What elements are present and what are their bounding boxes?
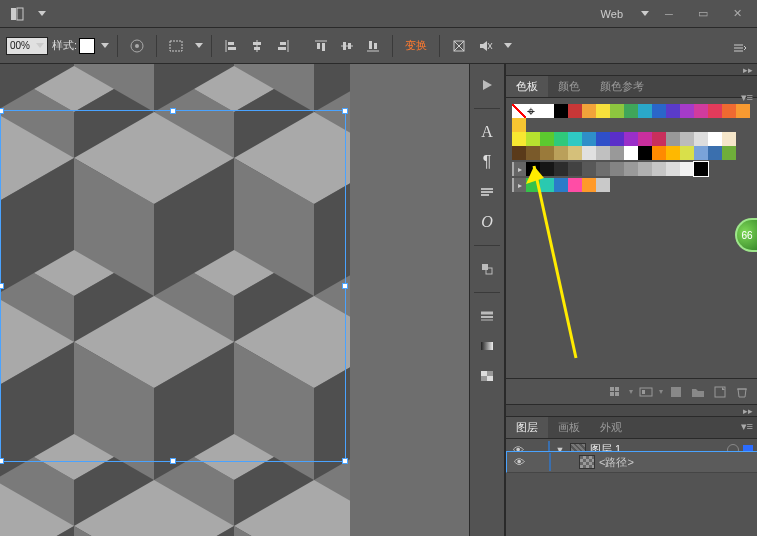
audio-caret[interactable] <box>504 43 512 48</box>
swatch-cell[interactable] <box>638 132 652 146</box>
swatch-cell[interactable] <box>722 104 736 118</box>
options-more-icon[interactable] <box>729 37 751 59</box>
swatch-cell[interactable] <box>652 146 666 160</box>
swatch-cell[interactable] <box>708 132 722 146</box>
swatch-cell[interactable] <box>722 146 736 160</box>
play-icon[interactable] <box>474 72 500 98</box>
swatch-cell[interactable] <box>568 162 582 176</box>
workspace-switcher[interactable]: Web <box>601 8 623 20</box>
visibility-toggle[interactable]: 👁 <box>510 442 526 458</box>
audio-off-icon[interactable] <box>474 35 496 57</box>
swatch-cell[interactable] <box>638 146 652 160</box>
swatch-cell[interactable] <box>694 146 708 160</box>
swatch-cell[interactable] <box>582 146 596 160</box>
swatch-cell[interactable] <box>680 162 694 176</box>
swatch-cell[interactable] <box>596 178 610 192</box>
swatch-cell[interactable] <box>512 118 526 132</box>
transparency-panel-icon[interactable] <box>474 363 500 389</box>
align-hcenter-icon[interactable] <box>246 35 268 57</box>
disclosure-toggle[interactable]: ▼ <box>554 445 566 455</box>
swatch-cell[interactable] <box>582 178 596 192</box>
arrange-docs-caret[interactable] <box>38 11 46 16</box>
swatch-cell[interactable] <box>680 132 694 146</box>
swatch-cell[interactable] <box>526 132 540 146</box>
swatch-cell[interactable] <box>568 178 582 192</box>
swatch-cell[interactable] <box>624 104 638 118</box>
document-setup-icon[interactable] <box>126 35 148 57</box>
swatch-cell[interactable] <box>666 162 680 176</box>
swatch-cell[interactable] <box>708 146 722 160</box>
swatch-cell[interactable] <box>666 146 680 160</box>
align-vcenter-icon[interactable] <box>336 35 358 57</box>
swatch-cell[interactable] <box>596 146 610 160</box>
swatch-options-icon[interactable] <box>667 383 685 401</box>
swatch-cell[interactable] <box>680 146 694 160</box>
isolate-icon[interactable] <box>448 35 470 57</box>
layers-options-icon[interactable]: ▾≡ <box>741 420 753 433</box>
dock-expand-icon-2[interactable]: ▸▸ <box>743 406 753 416</box>
swatch-cell[interactable] <box>540 146 554 160</box>
swatch-cell[interactable] <box>722 132 736 146</box>
new-swatch-icon[interactable] <box>711 383 729 401</box>
swatch-cell[interactable] <box>652 104 666 118</box>
style-swatch[interactable] <box>79 38 95 54</box>
new-group-icon[interactable] <box>689 383 707 401</box>
align-top-icon[interactable] <box>310 35 332 57</box>
zoom-dropdown[interactable]: 00% <box>6 37 48 55</box>
swatch-cell[interactable] <box>596 162 610 176</box>
swatch-cell[interactable] <box>610 146 624 160</box>
prefs-caret[interactable] <box>195 43 203 48</box>
type-panel-icon[interactable]: A <box>474 119 500 145</box>
close-button[interactable]: ✕ <box>723 5 751 23</box>
swatch-cell[interactable] <box>624 162 638 176</box>
tab-color-guide[interactable]: 颜色参考 <box>590 76 654 97</box>
swatch-cell[interactable] <box>554 178 568 192</box>
swatch-cell[interactable] <box>512 146 526 160</box>
swatch-cell[interactable] <box>582 162 596 176</box>
opentype-panel-icon[interactable] <box>474 179 500 205</box>
swatch-cell[interactable] <box>568 132 582 146</box>
tab-swatches[interactable]: 色板 <box>506 76 548 97</box>
swatch-cell[interactable] <box>540 162 554 176</box>
preferences-icon[interactable] <box>165 35 187 57</box>
swatch-cell[interactable] <box>694 104 708 118</box>
swatch-cell[interactable] <box>610 104 624 118</box>
swatch-cell[interactable] <box>652 162 666 176</box>
swatch-cell[interactable] <box>680 104 694 118</box>
swatch-cell[interactable] <box>554 104 568 118</box>
swatch-none[interactable] <box>512 104 526 118</box>
swatch-cell[interactable] <box>596 132 610 146</box>
swatch-cell[interactable] <box>568 104 582 118</box>
swatch-cell[interactable] <box>540 132 554 146</box>
stroke-panel-icon[interactable] <box>474 303 500 329</box>
arrange-docs-button[interactable] <box>6 3 28 25</box>
swatch-cell[interactable] <box>736 104 750 118</box>
gray-group-icon[interactable]: ▸ <box>512 162 526 176</box>
panel-dockbar[interactable]: ▸▸ <box>506 64 757 76</box>
bright-group-icon[interactable]: ▸ <box>512 178 526 192</box>
paragraph-panel-icon[interactable]: ¶ <box>474 149 500 175</box>
swatch-cell[interactable] <box>540 178 554 192</box>
layer-row[interactable]: 👁 ▼ 图层 1 <box>506 439 757 461</box>
swatch-cell[interactable] <box>554 146 568 160</box>
swatch-cell[interactable] <box>526 146 540 160</box>
swatch-cell[interactable] <box>666 104 680 118</box>
tab-appearance[interactable]: 外观 <box>590 417 632 438</box>
swatch-library-icon[interactable] <box>607 383 625 401</box>
target-icon[interactable] <box>727 444 739 456</box>
show-kinds-icon[interactable] <box>637 383 655 401</box>
swatch-cell[interactable] <box>638 162 652 176</box>
canvas[interactable] <box>0 64 350 536</box>
swatch-cell[interactable] <box>652 132 666 146</box>
align-right-icon[interactable] <box>272 35 294 57</box>
swatch-registration[interactable] <box>526 104 540 118</box>
align-left-icon[interactable] <box>220 35 242 57</box>
style-caret[interactable] <box>101 43 109 48</box>
swatch-cell[interactable] <box>624 146 638 160</box>
swatch-cell[interactable] <box>638 104 652 118</box>
gradient-panel-icon[interactable] <box>474 333 500 359</box>
swatch-cell[interactable] <box>596 104 610 118</box>
swatch-cell[interactable] <box>694 132 708 146</box>
swatch-cell[interactable] <box>526 162 540 176</box>
transform-panel-icon[interactable] <box>474 256 500 282</box>
